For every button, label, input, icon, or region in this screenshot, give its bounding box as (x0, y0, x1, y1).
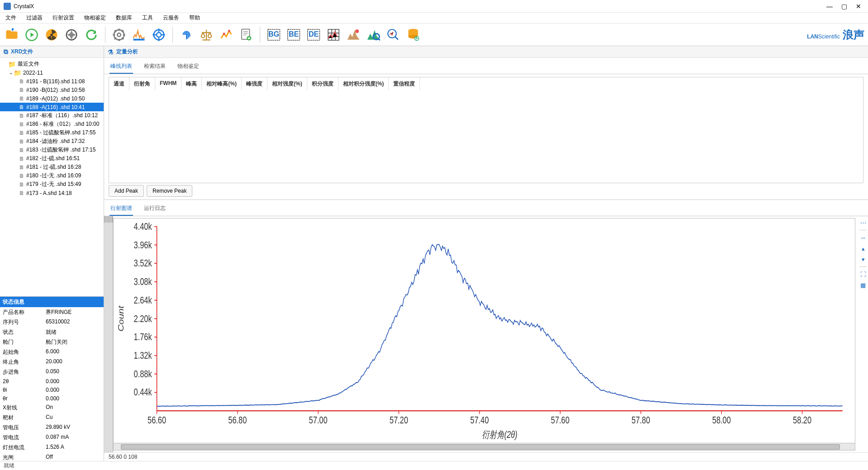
report-button[interactable] (238, 27, 254, 43)
tree-file-7[interactable]: 🗎#184 -滤油粉 .shd 17:32 (0, 137, 104, 146)
plot-tab-0[interactable]: 衍射图谱 (110, 202, 133, 216)
run-button[interactable] (24, 27, 40, 43)
qa-tab-0[interactable]: 峰线列表 (110, 60, 133, 74)
svg-text:58.20: 58.20 (793, 415, 811, 426)
minimize-button[interactable]: — (826, 3, 833, 9)
maximize-button[interactable]: ▢ (841, 3, 847, 9)
menu-6[interactable]: 云服务 (161, 13, 181, 23)
tree-file-11[interactable]: 🗎#180 -过-无 .shd 16:09 (0, 171, 104, 180)
plot-menu-icon[interactable]: ⋯ (859, 219, 867, 226)
add-peak-button[interactable]: Add Peak (109, 185, 144, 197)
peaks-button[interactable] (345, 27, 362, 43)
grid-button[interactable] (325, 27, 342, 43)
fingerprint-button[interactable] (178, 27, 195, 43)
plot-tab-1[interactable]: 运行日志 (143, 202, 167, 216)
svg-point-8 (157, 33, 161, 37)
tree-file-2[interactable]: 🗎#189 -A(012) .shd 10:50 (0, 94, 104, 103)
col-4[interactable]: 相对峰高(%) (202, 77, 242, 90)
tree-file-10[interactable]: 🗎#181 - 过-硫.shd 16:28 (0, 163, 104, 171)
svg-text:BG: BG (268, 30, 279, 38)
svg-text:56.80: 56.80 (228, 415, 247, 426)
qa-tab-1[interactable]: 检索结果 (143, 60, 167, 74)
tree-file-6[interactable]: 🗎#185 - 过硫酸氢钾.shd 17:55 (0, 128, 104, 137)
tree-file-4[interactable]: 🗎#187 -标准（116）.shd 10:12 (0, 111, 104, 120)
plot-coords: 56.60 0 108 (104, 452, 868, 461)
col-1[interactable]: 衍射角 (129, 77, 155, 90)
menu-0[interactable]: 文件 (4, 13, 18, 23)
peak-table[interactable]: 通道衍射角FWHM峰高相对峰高(%)峰强度相对强度(%)积分强度相对积分强度(%… (109, 77, 863, 183)
app-icon (4, 3, 11, 10)
menu-4[interactable]: 数据库 (114, 13, 134, 23)
col-7[interactable]: 积分强度 (307, 77, 339, 90)
file-tree[interactable]: 📁最近文件⌄📁2022-11🗎#191 - B(116).shd 11:08🗎#… (0, 58, 104, 296)
menu-3[interactable]: 物相鉴定 (82, 13, 108, 23)
svg-text:57.80: 57.80 (632, 415, 650, 426)
remove-peak-button[interactable]: Remove Peak (147, 185, 192, 197)
qa-header: ⚗ 定量分析 (104, 46, 868, 58)
status-row-4: 起始角6.000 (0, 347, 104, 357)
qa-tabs: 峰线列表检索结果物相鉴定 (104, 58, 868, 74)
svg-text:57.00: 57.00 (309, 415, 328, 426)
refresh-button[interactable] (83, 27, 100, 43)
plot-fullscreen-icon[interactable]: ⛶ (859, 271, 867, 278)
status-row-6: 步进角0.050 (0, 367, 104, 377)
tree-file-0[interactable]: 🗎#191 - B(116).shd 11:08 (0, 77, 104, 85)
plot-down-icon[interactable]: ▾ (859, 256, 867, 263)
col-3[interactable]: 峰高 (181, 77, 202, 90)
tree-file-13[interactable]: 🗎#173 - A.shd 14:18 (0, 189, 104, 197)
tree-folder[interactable]: ⌄📁2022-11 (0, 68, 104, 77)
menu-5[interactable]: 工具 (140, 13, 155, 23)
col-0[interactable]: 通道 (109, 77, 129, 90)
target-button[interactable] (151, 27, 167, 43)
tree-file-8[interactable]: 🗎#183 -过硫酸氢钾 .shd 17:15 (0, 146, 104, 154)
de-button[interactable]: DE (305, 27, 322, 43)
status-row-13: 管电流0.087 mA (0, 432, 104, 442)
trend-button[interactable] (218, 27, 234, 43)
plot-grid-icon[interactable]: ▦ (859, 281, 867, 289)
radiation-button[interactable] (43, 27, 60, 43)
spectrum-button[interactable] (131, 27, 147, 43)
svg-rect-6 (134, 38, 145, 40)
col-9[interactable]: 置信程度 (389, 77, 420, 90)
svg-text:1.76k: 1.76k (134, 332, 153, 342)
aperture-button[interactable] (63, 27, 80, 43)
bg-button[interactable]: BG (266, 27, 282, 43)
menu-1[interactable]: 过滤器 (24, 13, 44, 23)
brand-logo: LANScientific 浪声 (807, 28, 864, 42)
analyze-button[interactable] (385, 27, 401, 43)
toolbar: BG BE DE LANScientific 浪声 (0, 24, 868, 46)
status-row-3: 舱门舱门关闭 (0, 337, 104, 347)
app-title: CrystalX (14, 3, 826, 9)
tree-file-1[interactable]: 🗎#190 -B(012) .shd 10:58 (0, 85, 104, 94)
col-8[interactable]: 相对积分强度(%) (339, 77, 389, 90)
col-2[interactable]: FWHM (155, 77, 181, 90)
col-5[interactable]: 峰强度 (242, 77, 267, 90)
balance-button[interactable] (198, 27, 215, 43)
close-button[interactable]: ✕ (855, 3, 862, 9)
menu-7[interactable]: 帮助 (187, 13, 202, 23)
open-file-button[interactable] (4, 27, 20, 43)
tree-file-5[interactable]: 🗎#186 - 标准（012）.shd 10:00 (0, 120, 104, 128)
plot-left-strip[interactable] (104, 216, 113, 452)
find-peaks-button[interactable] (365, 27, 382, 43)
svg-text:BE: BE (289, 30, 299, 38)
plot-fit-h-icon[interactable]: ↔ (859, 234, 867, 241)
be-button[interactable]: BE (286, 27, 302, 43)
tree-file-12[interactable]: 🗎#179 -过-无 .shd 15:49 (0, 180, 104, 189)
svg-text:2.64k: 2.64k (134, 295, 153, 306)
database-button[interactable] (405, 27, 421, 43)
plot-h-scrollbar[interactable] (114, 443, 855, 450)
plot-canvas[interactable]: 0.44k0.88k1.32k1.76k2.20k2.64k3.08k3.52k… (113, 218, 855, 451)
qa-title: 定量分析 (116, 48, 138, 56)
qa-tab-2[interactable]: 物相鉴定 (176, 60, 200, 74)
col-6[interactable]: 相对强度(%) (267, 77, 307, 90)
svg-point-10 (228, 29, 230, 32)
plot-up-icon[interactable]: ▴ (859, 245, 867, 252)
tree-recent[interactable]: 📁最近文件 (0, 60, 104, 68)
tree-file-9[interactable]: 🗎#182 -过-硫.shd 16:51 (0, 154, 104, 163)
tree-file-3[interactable]: 🗎#188 -A(116) .shd 10:41 (0, 103, 104, 111)
svg-text:3.96k: 3.96k (134, 239, 153, 250)
status-row-9: θr0.000 (0, 394, 104, 403)
settings-button[interactable] (111, 27, 127, 43)
menu-2[interactable]: 衍射设置 (51, 13, 76, 23)
